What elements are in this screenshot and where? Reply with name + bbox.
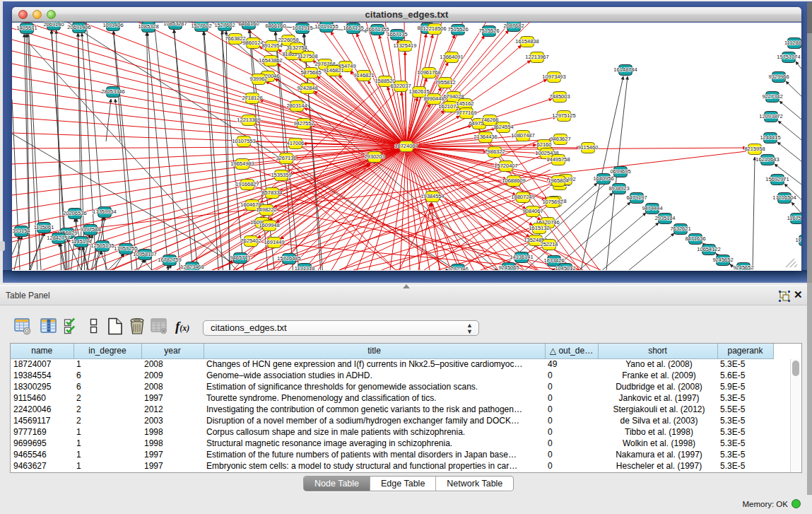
svg-text:20691406: 20691406 bbox=[67, 24, 90, 30]
svg-text:1640956: 1640956 bbox=[593, 175, 613, 182]
svg-text:9474444: 9474444 bbox=[642, 205, 662, 211]
svg-text:18807249: 18807249 bbox=[511, 194, 534, 200]
svg-text:17016504: 17016504 bbox=[772, 194, 796, 201]
svg-text:1167531: 1167531 bbox=[787, 215, 801, 221]
svg-text:8990448: 8990448 bbox=[423, 95, 444, 102]
svg-text:1112883: 1112883 bbox=[784, 40, 801, 46]
svg-text:12975125: 12975125 bbox=[552, 112, 575, 119]
svg-text:16210643: 16210643 bbox=[755, 156, 779, 163]
svg-text:12842757: 12842757 bbox=[47, 235, 70, 241]
svg-text:1091406: 1091406 bbox=[102, 22, 123, 28]
svg-text:1131318: 1131318 bbox=[295, 265, 315, 271]
svg-text:0699695: 0699695 bbox=[610, 168, 630, 175]
svg-text:1615132: 1615132 bbox=[529, 225, 549, 231]
svg-text:15692971: 15692971 bbox=[765, 176, 789, 182]
svg-text:18724007: 18724007 bbox=[394, 143, 418, 149]
svg-text:2930203: 2930203 bbox=[364, 153, 384, 160]
svg-text:9427552: 9427552 bbox=[293, 120, 314, 127]
svg-text:12505135: 12505135 bbox=[90, 243, 114, 249]
svg-text:10853287: 10853287 bbox=[163, 22, 187, 27]
svg-text:1527602: 1527602 bbox=[191, 23, 211, 29]
svg-text:12218506: 12218506 bbox=[423, 25, 446, 32]
svg-text:1535359: 1535359 bbox=[271, 172, 291, 178]
svg-text:9777169: 9777169 bbox=[456, 110, 476, 116]
svg-text:9860124: 9860124 bbox=[242, 40, 263, 46]
svg-text:1135061: 1135061 bbox=[34, 224, 54, 230]
svg-text:12093872: 12093872 bbox=[759, 113, 782, 119]
svg-text:2935114: 2935114 bbox=[655, 215, 676, 221]
svg-text:7515526: 7515526 bbox=[447, 26, 468, 33]
svg-text:8215958: 8215958 bbox=[744, 146, 765, 152]
svg-text:7485003: 7485003 bbox=[549, 93, 570, 100]
svg-text:9245652: 9245652 bbox=[733, 264, 753, 271]
svg-text:8938923: 8938923 bbox=[608, 185, 629, 192]
svg-text:6322037: 6322037 bbox=[390, 83, 411, 89]
svg-text:9242848: 9242848 bbox=[297, 85, 317, 91]
svg-text:1704514: 1704514 bbox=[795, 237, 801, 243]
svg-text:7955812: 7955812 bbox=[435, 79, 455, 86]
svg-text:9146821: 9146821 bbox=[353, 72, 374, 78]
svg-text:10654122: 10654122 bbox=[697, 246, 720, 252]
svg-text:1071915: 1071915 bbox=[292, 25, 312, 31]
svg-text:9397588: 9397588 bbox=[80, 226, 100, 233]
svg-text:16543862: 16543862 bbox=[259, 57, 282, 64]
svg-text:1498222: 1498222 bbox=[256, 206, 276, 213]
svg-text:10719155: 10719155 bbox=[314, 23, 338, 30]
svg-text:19384554: 19384554 bbox=[420, 193, 444, 199]
svg-text:2718126: 2718126 bbox=[242, 95, 262, 101]
svg-text:17359934: 17359934 bbox=[93, 209, 116, 215]
svg-text:1667135: 1667135 bbox=[387, 31, 407, 37]
svg-text:7986322: 7986322 bbox=[484, 148, 505, 155]
svg-text:21364436: 21364436 bbox=[473, 134, 497, 140]
svg-text:6479197: 6479197 bbox=[626, 194, 647, 201]
svg-text:9115460: 9115460 bbox=[578, 144, 599, 151]
svg-text:20206536: 20206536 bbox=[63, 210, 86, 216]
svg-text:15751074: 15751074 bbox=[777, 54, 800, 60]
svg-text:13664091: 13664091 bbox=[440, 54, 463, 60]
svg-text:7632621: 7632621 bbox=[670, 226, 690, 232]
svg-text:6466160: 6466160 bbox=[265, 23, 286, 29]
svg-text:3267130: 3267130 bbox=[276, 155, 296, 161]
svg-text:252214: 252214 bbox=[540, 241, 558, 247]
svg-text:1405571: 1405571 bbox=[16, 25, 37, 31]
svg-text:6466160: 6466160 bbox=[238, 22, 259, 27]
svg-text:1667135: 1667135 bbox=[343, 25, 363, 31]
svg-text:12213369: 12213369 bbox=[237, 117, 260, 123]
svg-text:9463627: 9463627 bbox=[550, 136, 570, 142]
svg-text:16782759: 16782759 bbox=[158, 257, 181, 263]
svg-text:1609948: 1609948 bbox=[259, 222, 279, 228]
svg-text:9329966: 9329966 bbox=[768, 74, 789, 80]
svg-text:12823468: 12823468 bbox=[180, 264, 204, 270]
svg-text:8912954: 8912954 bbox=[261, 42, 282, 49]
svg-text:9245065: 9245065 bbox=[498, 264, 519, 271]
svg-text:1733426: 1733426 bbox=[543, 257, 564, 264]
svg-text:1075692: 1075692 bbox=[542, 199, 563, 205]
svg-text:11325419: 11325419 bbox=[394, 42, 417, 49]
svg-text:2803144: 2803144 bbox=[286, 103, 307, 109]
svg-text:1527602: 1527602 bbox=[214, 22, 235, 28]
svg-text:10958107: 10958107 bbox=[133, 251, 156, 257]
svg-text:14495758: 14495758 bbox=[546, 156, 570, 163]
svg-text:16154838: 16154838 bbox=[515, 38, 539, 45]
svg-text:746266: 746266 bbox=[481, 117, 498, 123]
svg-text:1145194: 1145194 bbox=[71, 238, 92, 245]
svg-text:62160: 62160 bbox=[537, 141, 552, 148]
svg-text:9227342: 9227342 bbox=[762, 93, 782, 100]
svg-text:28053346: 28053346 bbox=[101, 88, 124, 95]
svg-text:9465771: 9465771 bbox=[230, 255, 250, 261]
svg-text:10973493: 10973493 bbox=[542, 74, 565, 80]
svg-text:10107553: 10107553 bbox=[232, 138, 255, 144]
svg-text:14136141: 14136141 bbox=[510, 254, 533, 260]
svg-text:15716485: 15716485 bbox=[277, 255, 300, 262]
svg-text:8578334: 8578334 bbox=[261, 189, 282, 196]
svg-text:16148784: 16148784 bbox=[613, 66, 637, 73]
svg-text:9245652: 9245652 bbox=[712, 257, 733, 263]
svg-text:3624554: 3624554 bbox=[493, 124, 513, 130]
svg-text:5875685: 5875685 bbox=[300, 69, 321, 76]
svg-text:16671355: 16671355 bbox=[365, 26, 389, 33]
svg-text:3132754: 3132754 bbox=[286, 45, 307, 51]
svg-text:19166827: 19166827 bbox=[235, 181, 259, 187]
svg-text:1244415: 1244415 bbox=[760, 134, 780, 141]
svg-text:939962: 939962 bbox=[249, 76, 267, 82]
svg-text:2226058: 2226058 bbox=[278, 37, 298, 43]
